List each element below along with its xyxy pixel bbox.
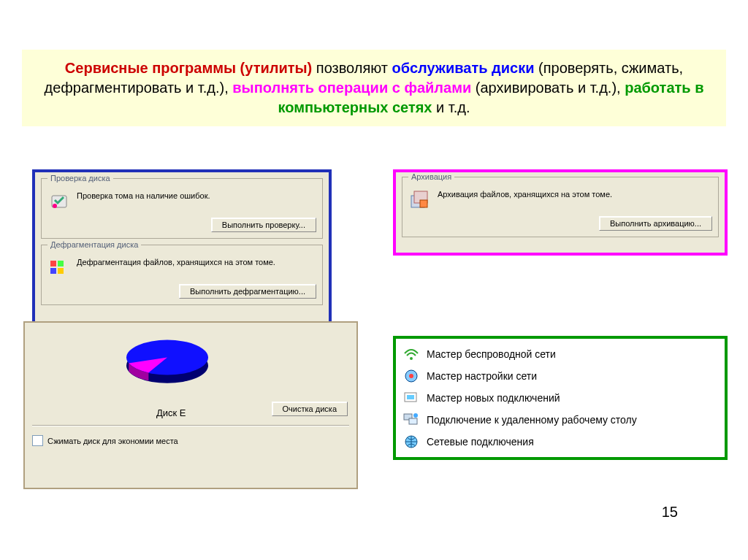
- svg-rect-3: [58, 261, 64, 266]
- list-item[interactable]: Мастер беспроводной сети: [402, 343, 719, 365]
- remote-desktop-icon: [403, 412, 419, 428]
- svg-point-13: [409, 374, 413, 378]
- archive-panel: Архивация Архивация файлов, хранящихся н…: [393, 169, 728, 256]
- net-item-label: Мастер настройки сети: [427, 370, 537, 382]
- disk-check-desc: Проверка тома на наличие ошибок.: [77, 190, 316, 200]
- defrag-group: Дефрагментация диска Дефрагментация файл…: [41, 245, 323, 305]
- net-item-label: Мастер беспроводной сети: [427, 348, 556, 360]
- pie-chart-icon: [112, 333, 222, 391]
- svg-rect-2: [50, 261, 56, 266]
- compress-checkbox-row[interactable]: Сжимать диск для экономии места: [25, 426, 356, 455]
- wireless-wizard-icon: [403, 346, 419, 362]
- archive-title: Архивация: [408, 172, 454, 181]
- checkbox-icon[interactable]: [32, 435, 43, 446]
- defrag-button[interactable]: Выполнить дефрагментацию...: [179, 284, 316, 299]
- svg-rect-17: [409, 418, 417, 424]
- network-panel: Мастер беспроводной сети Мастер настройк…: [393, 336, 728, 460]
- disk-check-group: Проверка диска Проверка тома на наличие …: [41, 178, 323, 239]
- archive-group: Архивация Архивация файлов, хранящихся н…: [402, 177, 719, 237]
- defrag-title: Дефрагментация диска: [47, 240, 141, 249]
- cleanup-button[interactable]: Очистка диска: [272, 402, 348, 416]
- list-item[interactable]: Подключение к удаленному рабочему столу: [402, 409, 719, 431]
- defrag-icon: [47, 256, 71, 280]
- disk-usage-chart: Диск E Очистка диска: [25, 323, 356, 425]
- disk-check-button[interactable]: Выполнить проверку...: [211, 218, 316, 232]
- net-item-label: Подключение к удаленному рабочему столу: [427, 414, 637, 426]
- svg-point-18: [413, 413, 418, 418]
- header-part-2: позволяют: [312, 60, 392, 76]
- archive-button[interactable]: Выполнить архивацию...: [599, 216, 712, 231]
- svg-rect-4: [50, 268, 56, 274]
- network-wizard-icon: [403, 368, 419, 384]
- list-item[interactable]: Сетевые подключения: [402, 431, 719, 453]
- net-item-label: Мастер новых подключений: [427, 392, 560, 404]
- header-part-5: выполнять операции с файлами: [232, 80, 471, 96]
- archive-icon: [408, 188, 432, 212]
- archive-desc: Архивация файлов, хранящихся на этом том…: [438, 188, 712, 199]
- compress-label: Сжимать диск для экономии места: [47, 437, 178, 445]
- net-item-label: Сетевые подключения: [427, 436, 534, 448]
- cleanup-panel: Диск E Очистка диска Сжимать диск для эк…: [23, 321, 358, 489]
- page-number: 15: [662, 504, 678, 521]
- disk-maintenance-panel: Проверка диска Проверка тома на наличие …: [32, 169, 332, 333]
- connections-icon: [403, 434, 419, 450]
- slide-header: Сервисные программы (утилиты) позволяют …: [22, 50, 726, 126]
- defrag-desc: Дефрагментация файлов, хранящихся на это…: [77, 256, 316, 266]
- disk-label: Диск E: [156, 407, 186, 418]
- svg-rect-5: [58, 268, 64, 274]
- disk-check-title: Проверка диска: [47, 174, 113, 183]
- list-item[interactable]: Мастер новых подключений: [402, 387, 719, 409]
- svg-point-1: [53, 204, 57, 208]
- svg-point-11: [410, 357, 413, 360]
- svg-rect-8: [420, 200, 427, 207]
- header-part-8: и т.д.: [432, 99, 470, 115]
- list-item[interactable]: Мастер настройки сети: [402, 365, 719, 387]
- disk-check-icon: [47, 190, 71, 213]
- new-connection-icon: [403, 390, 419, 406]
- header-part-6: (архивировать и т.д.),: [471, 80, 625, 96]
- header-part-1: Сервисные программы (утилиты): [65, 60, 312, 76]
- header-part-3: обслуживать диски: [392, 60, 535, 76]
- svg-rect-15: [407, 395, 414, 399]
